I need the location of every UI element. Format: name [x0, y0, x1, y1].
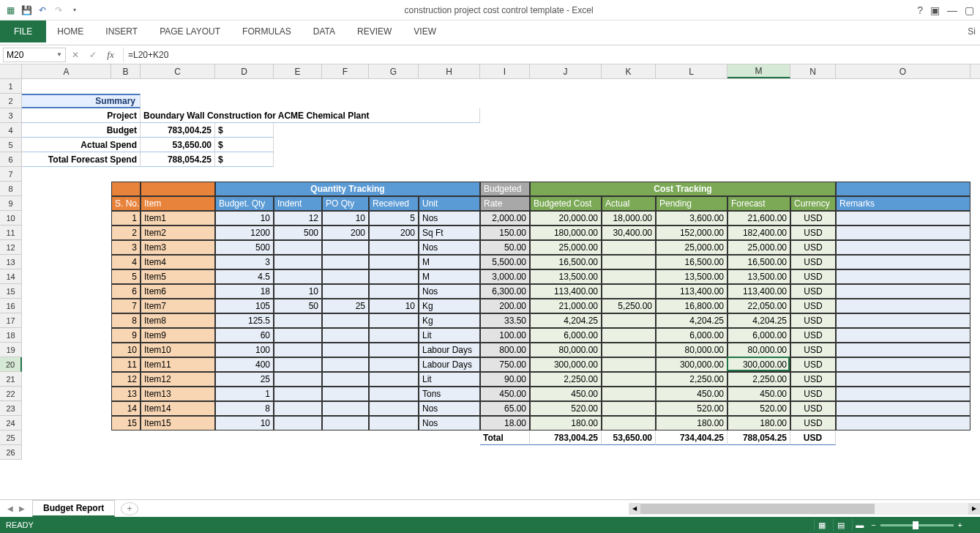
col-header-E[interactable]: E: [274, 64, 322, 78]
qat-customize-icon[interactable]: ▾: [69, 4, 81, 16]
data-bc-12[interactable]: 25,000.00: [530, 240, 602, 255]
data-rc-13[interactable]: [369, 255, 419, 269]
grid-cell[interactable]: [22, 182, 111, 196]
row-header-8[interactable]: 8: [0, 182, 22, 196]
grid-cell[interactable]: [790, 138, 836, 152]
grid-cell[interactable]: [274, 445, 322, 460]
data-ac-16[interactable]: 5,250.00: [602, 299, 656, 313]
grid-cell[interactable]: [419, 79, 480, 94]
data-cu-10[interactable]: USD: [790, 211, 836, 225]
data-rem-11[interactable]: [836, 225, 970, 240]
data-rc-18[interactable]: [369, 328, 419, 343]
tab-data[interactable]: DATA: [302, 20, 346, 42]
grid-cell[interactable]: [656, 138, 727, 152]
data-rem-14[interactable]: [836, 269, 970, 284]
sheet-nav-prev-icon[interactable]: ◀: [4, 504, 16, 512]
data-bc-20[interactable]: 300,000.00: [530, 357, 602, 372]
data-bc-24[interactable]: 180.00: [530, 416, 602, 430]
grid-cell[interactable]: [727, 152, 790, 167]
data-rc-12[interactable]: [369, 240, 419, 255]
data-ac-21[interactable]: [602, 372, 656, 387]
select-all-corner[interactable]: [0, 64, 22, 78]
grid-cell[interactable]: [274, 94, 322, 108]
data-fc-22[interactable]: 450.00: [727, 387, 790, 401]
data-fc-19[interactable]: 80,000.00: [727, 343, 790, 357]
data-sno-20[interactable]: 11: [111, 357, 141, 372]
data-rate-15[interactable]: 6,300.00: [480, 284, 530, 299]
data-unit-10[interactable]: Nos: [419, 211, 480, 225]
data-rc-19[interactable]: [369, 343, 419, 357]
col-header-F[interactable]: F: [322, 64, 369, 78]
data-pe-21[interactable]: 2,250.00: [656, 372, 727, 387]
row-header-19[interactable]: 19: [0, 343, 22, 357]
data-po-21[interactable]: [322, 372, 369, 387]
data-fc-12[interactable]: 25,000.00: [727, 240, 790, 255]
data-fc-23[interactable]: 520.00: [727, 401, 790, 416]
data-pe-11[interactable]: 152,000.00: [656, 225, 727, 240]
data-ind-16[interactable]: 50: [274, 299, 322, 313]
hscroll-left-icon[interactable]: ◀: [629, 503, 640, 515]
data-cu-13[interactable]: USD: [790, 255, 836, 269]
row-header-22[interactable]: 22: [0, 387, 22, 401]
grid-cell[interactable]: [22, 343, 111, 357]
data-item-12[interactable]: Item3: [141, 240, 215, 255]
col-header-K[interactable]: K: [602, 64, 656, 78]
row-header-6[interactable]: 6: [0, 152, 22, 167]
row-header-25[interactable]: 25: [0, 430, 22, 445]
data-pe-20[interactable]: 300,000.00: [656, 357, 727, 372]
grid-cell[interactable]: [322, 152, 369, 167]
data-fc-13[interactable]: 16,500.00: [727, 255, 790, 269]
data-rem-16[interactable]: [836, 299, 970, 313]
grid-cell[interactable]: [836, 445, 970, 460]
grid-cell[interactable]: [111, 167, 141, 182]
row-header-23[interactable]: 23: [0, 401, 22, 416]
zoom-slider-thumb[interactable]: [913, 521, 919, 529]
grid-cell[interactable]: [22, 225, 111, 240]
data-fc-21[interactable]: 2,250.00: [727, 372, 790, 387]
row-header-3[interactable]: 3: [0, 108, 22, 123]
add-sheet-button[interactable]: ＋: [121, 502, 138, 515]
grid-cell[interactable]: [836, 108, 970, 123]
data-ac-12[interactable]: [602, 240, 656, 255]
data-ind-23[interactable]: [274, 401, 322, 416]
grid-cell[interactable]: [530, 79, 602, 94]
redo-icon[interactable]: ↷: [53, 4, 64, 16]
data-rc-16[interactable]: 10: [369, 299, 419, 313]
formula-input[interactable]: =L20+K20: [123, 48, 977, 62]
grid-cell[interactable]: [727, 138, 790, 152]
grid-cell[interactable]: [322, 123, 369, 138]
data-po-19[interactable]: [322, 343, 369, 357]
sheet-tab-active[interactable]: Budget Report: [32, 500, 115, 517]
data-ind-12[interactable]: [274, 240, 322, 255]
data-rate-12[interactable]: 50.00: [480, 240, 530, 255]
tab-view[interactable]: VIEW: [403, 20, 447, 42]
grid-cell[interactable]: [22, 328, 111, 343]
col-header-H[interactable]: H: [419, 64, 480, 78]
grid-cell[interactable]: [480, 79, 530, 94]
grid-cell[interactable]: [602, 108, 656, 123]
data-cu-21[interactable]: USD: [790, 372, 836, 387]
data-sno-19[interactable]: 10: [111, 343, 141, 357]
data-ac-13[interactable]: [602, 255, 656, 269]
data-sno-23[interactable]: 14: [111, 401, 141, 416]
data-pe-16[interactable]: 16,800.00: [656, 299, 727, 313]
grid-cell[interactable]: [274, 79, 322, 94]
data-item-19[interactable]: Item10: [141, 343, 215, 357]
grid-cell[interactable]: [22, 269, 111, 284]
grid-cell[interactable]: [602, 152, 656, 167]
data-rem-17[interactable]: [836, 313, 970, 328]
col-header-A[interactable]: A: [22, 64, 111, 78]
grid-cell[interactable]: [419, 430, 480, 445]
data-po-13[interactable]: [322, 255, 369, 269]
data-ac-11[interactable]: 30,400.00: [602, 225, 656, 240]
grid-cell[interactable]: [480, 108, 530, 123]
data-po-11[interactable]: 200: [322, 225, 369, 240]
data-bq-18[interactable]: 60: [215, 328, 274, 343]
grid-cell[interactable]: [602, 94, 656, 108]
grid-cell[interactable]: [419, 94, 480, 108]
grid-cell[interactable]: [602, 123, 656, 138]
grid-cell[interactable]: [22, 372, 111, 387]
row-header-9[interactable]: 9: [0, 196, 22, 211]
tab-page-layout[interactable]: PAGE LAYOUT: [149, 20, 231, 42]
row-header-12[interactable]: 12: [0, 240, 22, 255]
